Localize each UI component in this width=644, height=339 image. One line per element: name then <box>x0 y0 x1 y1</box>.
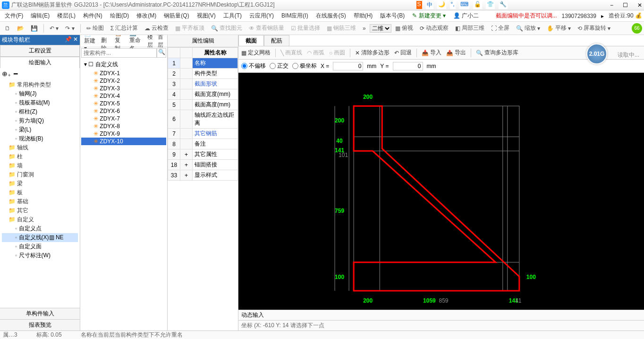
tree-node[interactable]: 基础 <box>2 197 78 206</box>
property-row[interactable]: 4截面宽度(mm) <box>168 89 238 100</box>
property-row[interactable]: 6轴线距左边线距离 <box>168 110 238 129</box>
tree-node[interactable]: 自定义面 <box>2 242 78 251</box>
view-rebar-button[interactable]: 👁 查看钢筋量 <box>246 23 287 33</box>
tree-node[interactable]: 轴网(J) <box>2 89 78 98</box>
dynamic-input-bar[interactable]: 动态输入 <box>238 310 644 320</box>
ime-glyph[interactable]: 中 <box>426 1 433 9</box>
undo-icon[interactable]: ↶ ▾ <box>47 24 61 33</box>
property-row[interactable]: 5截面高度(mm) <box>168 100 238 110</box>
ime-glyph[interactable]: °, <box>450 1 456 9</box>
list-item[interactable]: ZDYX-5 <box>81 100 166 107</box>
collapse-icon[interactable]: ━ <box>14 70 17 78</box>
user-label[interactable]: 👤 广小二 <box>450 11 482 21</box>
batch-select-button[interactable]: ☑ 批量选择 <box>288 23 323 33</box>
single-component-button[interactable]: 单构件输入 <box>0 308 80 319</box>
property-row[interactable]: 8备注 <box>168 139 238 149</box>
minimize-button[interactable]: − <box>610 2 613 9</box>
pin-icon[interactable]: 📌 ✕ <box>65 36 78 44</box>
tree-node[interactable]: 筏板基础(M) <box>2 98 78 107</box>
tree-node[interactable]: 剪力墙(Q) <box>2 116 78 125</box>
tree-node[interactable]: 自定义 <box>2 215 78 224</box>
ime-glyph[interactable]: 🌙 <box>437 1 446 9</box>
tree-node[interactable]: 自定义点 <box>2 224 78 233</box>
draw-button[interactable]: ✏ 绘图 <box>84 23 107 33</box>
ime-glyph[interactable]: ⌨ <box>459 1 469 9</box>
x-input[interactable] <box>333 62 363 70</box>
pan-button[interactable]: ✋ 平移 ▾ <box>544 23 574 33</box>
search-icon[interactable]: 🔍 <box>157 48 166 58</box>
sum-button[interactable]: Σ 汇总计算 <box>108 23 141 33</box>
expand-icon[interactable]: ⊕₊ <box>2 70 11 78</box>
nav-tab-settings[interactable]: 工程设置 <box>0 45 80 57</box>
property-row[interactable]: 33+显示样式 <box>168 170 238 181</box>
local-3d-button[interactable]: ◧ 局部三维 <box>452 23 487 33</box>
top-view-button[interactable]: ▦ 俯视 <box>392 23 416 33</box>
rebar-3d-button[interactable]: ▦ 钢筋三维 <box>324 23 359 33</box>
list-item[interactable]: ZDYX-8 <box>81 122 166 130</box>
property-row[interactable]: 2构件类型 <box>168 69 238 79</box>
search-input[interactable] <box>81 48 157 58</box>
tree-node[interactable]: 梁(L) <box>2 125 78 134</box>
info-badge[interactable]: 2.01G <box>586 43 607 64</box>
cloud-check-button[interactable]: ☁ 云检查 <box>142 23 171 33</box>
tree-node[interactable]: 柱 <box>2 152 78 161</box>
menu-bim[interactable]: BIM应用(I) <box>279 11 311 21</box>
mode-ortho[interactable]: 正交 <box>270 62 288 70</box>
list-root[interactable]: ▾ ☐ 自定义线 <box>81 60 166 70</box>
menu-component[interactable]: 构件(N) <box>80 11 105 21</box>
drawing-canvas[interactable]: 200 200 40 141 759 100 100 200 1059 141 … <box>238 73 644 310</box>
list-item[interactable]: ZDYX-1 <box>81 70 166 77</box>
menu-file[interactable]: 文件(F) <box>2 11 26 21</box>
tree-node[interactable]: 常用构件类型 <box>2 80 78 89</box>
nav-tab-draw[interactable]: 绘图输入 <box>0 57 80 68</box>
ime-glyph[interactable]: 🔓 <box>473 1 482 9</box>
maximize-button[interactable]: ☐ <box>623 2 628 9</box>
tree-node[interactable]: 尺寸标注(W) <box>2 251 78 260</box>
ime-glyph[interactable]: 🔧 <box>499 1 508 9</box>
list-item[interactable]: ZDYX-4 <box>81 92 166 100</box>
list-item[interactable]: ZDYX-10 <box>81 138 166 145</box>
more-icon[interactable]: » <box>360 24 369 33</box>
tree-node[interactable]: 板 <box>2 188 78 197</box>
undo-button[interactable]: ↶ 回退 <box>394 49 412 57</box>
new-file-icon[interactable]: 🗋 <box>2 24 13 33</box>
tree-node[interactable]: 自定义线(X)▥ NE <box>2 233 78 242</box>
mode-polar[interactable]: 极坐标 <box>292 62 317 70</box>
menu-help[interactable]: 帮助(H) <box>351 11 376 21</box>
open-file-icon[interactable]: 📂 <box>14 24 27 33</box>
clear-polygon-button[interactable]: ✕ 清除多边形 <box>355 49 390 57</box>
menu-modify[interactable]: 修改(M) <box>134 11 159 21</box>
draw-arc-button[interactable]: ◠ 画弧 <box>307 49 324 57</box>
zoom-button[interactable]: 🔍 缩放 ▾ <box>513 23 543 33</box>
menu-cloud[interactable]: 云应用(Y) <box>246 11 277 21</box>
ime-glyph[interactable]: 👕 <box>486 1 495 9</box>
redo-icon[interactable]: ↷ ▾ <box>62 24 77 33</box>
list-item[interactable]: ZDYX-6 <box>81 107 166 115</box>
property-row[interactable]: 18+锚固搭接 <box>168 160 238 170</box>
tree-node[interactable]: 其它 <box>2 206 78 215</box>
menu-edit[interactable]: 编辑(E) <box>28 11 52 21</box>
tree-node[interactable]: 门窗洞 <box>2 170 78 179</box>
ime-glyph[interactable]: S <box>416 1 422 9</box>
view-mode-select[interactable]: 二维 <box>370 24 391 33</box>
list-item[interactable]: ZDYX-7 <box>81 115 166 122</box>
notification-badge[interactable]: 66 <box>632 23 642 34</box>
list-item[interactable]: ZDYX-3 <box>81 85 166 92</box>
report-preview-button[interactable]: 报表预览 <box>0 319 80 330</box>
property-row[interactable]: 9+其它属性 <box>168 149 238 160</box>
tree-node[interactable]: 现浇板(B) <box>2 134 78 143</box>
import-button[interactable]: 📥 导入 <box>422 49 441 57</box>
list-item[interactable]: ZDYX-9 <box>81 130 166 138</box>
fullscreen-button[interactable]: ⛶ 全屏 <box>488 23 512 33</box>
menu-version[interactable]: 版本号(B) <box>377 11 407 21</box>
y-input[interactable] <box>393 62 423 70</box>
draw-line-button[interactable]: ╲ 画直线 <box>280 49 302 57</box>
new-change-button[interactable]: ✎ 新建变更 ▾ <box>409 11 449 21</box>
menu-draw[interactable]: 绘图(D) <box>107 11 132 21</box>
save-file-icon[interactable]: 💾 <box>28 24 41 33</box>
menu-view[interactable]: 视图(V) <box>194 11 219 21</box>
tab-rebar[interactable]: 配筋 <box>264 35 289 46</box>
tree-node[interactable]: 轴线 <box>2 143 78 152</box>
property-row[interactable]: 1名称 <box>168 58 238 69</box>
define-grid-button[interactable]: ▦ 定义网格 <box>241 49 271 57</box>
